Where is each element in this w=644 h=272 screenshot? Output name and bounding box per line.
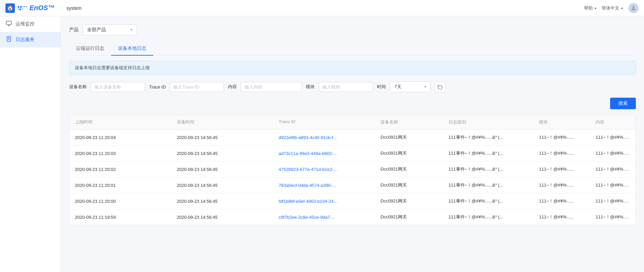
time-select-arrow: ▾ bbox=[424, 84, 426, 89]
cell-upload-time: 2020-09-23 11:19:59 bbox=[69, 215, 171, 220]
cell-device-name: Dcc0921网关 bbox=[375, 214, 443, 220]
cell-collect-time: 2020-09-23 14:56:45 bbox=[171, 199, 273, 204]
tab-cloud-log[interactable]: 云端运行日志 bbox=[69, 42, 111, 56]
cell-content: 111~！@#¥%...... bbox=[590, 214, 636, 220]
table-row[interactable]: 2020-09-23 11:20:04 2020-09-23 14:56:45 … bbox=[69, 130, 636, 145]
cell-trace-id: 783a0ecf-0dda-4574-a390-... bbox=[273, 183, 375, 188]
logo-dot bbox=[18, 6, 19, 8]
cell-content: 111~！@#¥%...... bbox=[590, 134, 636, 140]
avatar[interactable] bbox=[628, 3, 639, 13]
cell-upload-time: 2020-09-23 11:20:03 bbox=[69, 151, 171, 156]
help-dropdown[interactable]: 帮助 ▾ bbox=[584, 5, 597, 11]
sidebar: 运维监控 日志服务 bbox=[0, 16, 61, 272]
svg-point-0 bbox=[632, 6, 635, 8]
cell-trace-id: d922ef8b-a893-4c40-91cb-f... bbox=[273, 135, 375, 140]
cell-device-name: Dcc0921网关 bbox=[375, 182, 443, 188]
info-banner: 设备本地日志需要设备端支持日志上报 bbox=[69, 61, 636, 75]
table-row[interactable]: 2020-09-23 11:20:02 2020-09-23 14:56:45 … bbox=[69, 161, 636, 177]
refresh-button[interactable] bbox=[435, 81, 445, 92]
search-btn-row: 搜索 bbox=[69, 98, 636, 109]
cell-module: 111~！@#¥%...... bbox=[534, 150, 590, 156]
top-nav: 🏠 EnOS™ system 帮助 ▾ bbox=[0, 0, 644, 16]
table-row[interactable]: 2020-09-23 11:20:03 2020-09-23 14:56:45 … bbox=[69, 145, 636, 161]
tab-device-log[interactable]: 设备本地日志 bbox=[111, 42, 153, 56]
time-select[interactable]: 7天 ▾ bbox=[390, 81, 431, 92]
logo-dot bbox=[19, 8, 21, 10]
product-select[interactable]: 全部产品 ▾ bbox=[83, 24, 137, 35]
cell-log-level: 111事件~！@#¥%......&* (... bbox=[443, 182, 534, 188]
cell-upload-time: 2020-09-23 11:20:00 bbox=[69, 199, 171, 204]
cell-trace-id: c9f7b2ee-2c8e-45ce-9da7-... bbox=[273, 215, 375, 220]
module-input[interactable] bbox=[319, 82, 373, 92]
cell-log-level: 111事件~！@#¥%......&* (... bbox=[443, 198, 534, 204]
info-banner-text: 设备本地日志需要设备端支持日志上报 bbox=[75, 65, 150, 70]
cell-content: 111~！@#¥%...... bbox=[590, 198, 636, 204]
logo-dot bbox=[26, 6, 27, 7]
cell-log-level: 111事件~！@#¥%......&* (... bbox=[443, 214, 534, 220]
sidebar-item-label: 运维监控 bbox=[16, 21, 35, 27]
svg-rect-1 bbox=[6, 21, 12, 25]
filter-row: 设备名称 Trace ID 内容 模块 时间 7天 ▾ bbox=[69, 81, 636, 92]
col-header-module: 模块 bbox=[534, 119, 590, 125]
system-name: system bbox=[61, 5, 579, 11]
content-input[interactable] bbox=[241, 82, 302, 92]
log-service-icon bbox=[5, 36, 12, 43]
table-header: 上报时间 采集时间 Trace ID 设备名称 日志级别 模块 内容 bbox=[69, 115, 636, 130]
cell-device-name: Dcc0921网关 bbox=[375, 166, 443, 172]
cell-module: 111~！@#¥%...... bbox=[534, 166, 590, 172]
search-button[interactable]: 搜索 bbox=[610, 98, 636, 109]
logo-area: 🏠 EnOS™ bbox=[0, 3, 61, 13]
logo-text: EnOS™ bbox=[29, 4, 55, 12]
cell-log-level: 111事件~！@#¥%......&* (... bbox=[443, 134, 534, 140]
logo-dot bbox=[24, 6, 25, 7]
cell-device-name: Dcc0921网关 bbox=[375, 198, 443, 204]
cell-device-name: Dcc0921网关 bbox=[375, 134, 443, 140]
top-nav-actions: 帮助 ▾ 简体中文 ▾ bbox=[579, 3, 644, 13]
cell-upload-time: 2020-09-23 11:20:01 bbox=[69, 183, 171, 188]
cell-content: 111~！@#¥%...... bbox=[590, 166, 636, 172]
cell-upload-time: 2020-09-23 11:20:02 bbox=[69, 167, 171, 172]
product-row: 产品 全部产品 ▾ bbox=[69, 24, 636, 35]
language-dropdown[interactable]: 简体中文 ▾ bbox=[602, 5, 623, 11]
col-header-upload-time: 上报时间 bbox=[69, 119, 171, 125]
ops-monitor-icon bbox=[5, 20, 12, 28]
main-content: 产品 全部产品 ▾ 云端运行日志 设备本地日志 设备本地日志需要设备端支持日志上… bbox=[61, 16, 644, 272]
device-name-label: 设备名称 bbox=[69, 84, 87, 90]
product-select-arrow: ▾ bbox=[130, 27, 132, 32]
logo-dot bbox=[22, 6, 23, 7]
device-name-input[interactable] bbox=[91, 82, 145, 92]
cell-log-level: 111事件~！@#¥%......&* (... bbox=[443, 150, 534, 156]
table-row[interactable]: 2020-09-23 11:20:01 2020-09-23 14:56:45 … bbox=[69, 177, 636, 193]
cell-collect-time: 2020-09-23 14:56:45 bbox=[171, 215, 273, 220]
product-select-value: 全部产品 bbox=[87, 27, 106, 33]
time-label: 时间 bbox=[377, 84, 386, 90]
cell-module: 111~！@#¥%...... bbox=[534, 182, 590, 188]
time-select-value: 7天 bbox=[394, 84, 401, 90]
table-body: 2020-09-23 11:20:04 2020-09-23 14:56:45 … bbox=[69, 130, 636, 225]
data-table: 上报时间 采集时间 Trace ID 设备名称 日志级别 模块 内容 2020-… bbox=[69, 115, 636, 225]
home-icon[interactable]: 🏠 bbox=[5, 3, 15, 13]
col-header-log-level: 日志级别 bbox=[443, 119, 534, 125]
sidebar-item-log-service[interactable]: 日志服务 bbox=[0, 32, 61, 47]
sidebar-item-label: 日志服务 bbox=[16, 37, 35, 43]
content-label: 内容 bbox=[228, 84, 237, 90]
cell-collect-time: 2020-09-23 14:56:45 bbox=[171, 151, 273, 156]
cell-content: 111~！@#¥%...... bbox=[590, 182, 636, 188]
cell-upload-time: 2020-09-23 11:20:04 bbox=[69, 135, 171, 140]
cell-device-name: Dcc0921网关 bbox=[375, 150, 443, 156]
module-label: 模块 bbox=[306, 84, 315, 90]
product-label: 产品 bbox=[69, 27, 79, 33]
cell-trace-id: ad73c11a-99a3-449a-b802-... bbox=[273, 151, 375, 156]
table-row[interactable]: 2020-09-23 11:19:59 2020-09-23 14:56:45 … bbox=[69, 209, 636, 225]
cell-content: 111~！@#¥%...... bbox=[590, 150, 636, 156]
logo-dot bbox=[22, 8, 23, 9]
trace-id-input[interactable] bbox=[170, 82, 224, 92]
cell-log-level: 111事件~！@#¥%......&* (... bbox=[443, 166, 534, 172]
col-header-trace-id: Trace ID bbox=[273, 119, 375, 125]
cell-collect-time: 2020-09-23 14:56:45 bbox=[171, 167, 273, 172]
sidebar-item-ops-monitor[interactable]: 运维监控 bbox=[0, 16, 61, 32]
tabs: 云端运行日志 设备本地日志 bbox=[69, 42, 636, 56]
cell-module: 111~！@#¥%...... bbox=[534, 134, 590, 140]
col-header-collect-time: 采集时间 bbox=[171, 119, 273, 125]
table-row[interactable]: 2020-09-23 11:20:00 2020-09-23 14:56:45 … bbox=[69, 193, 636, 209]
